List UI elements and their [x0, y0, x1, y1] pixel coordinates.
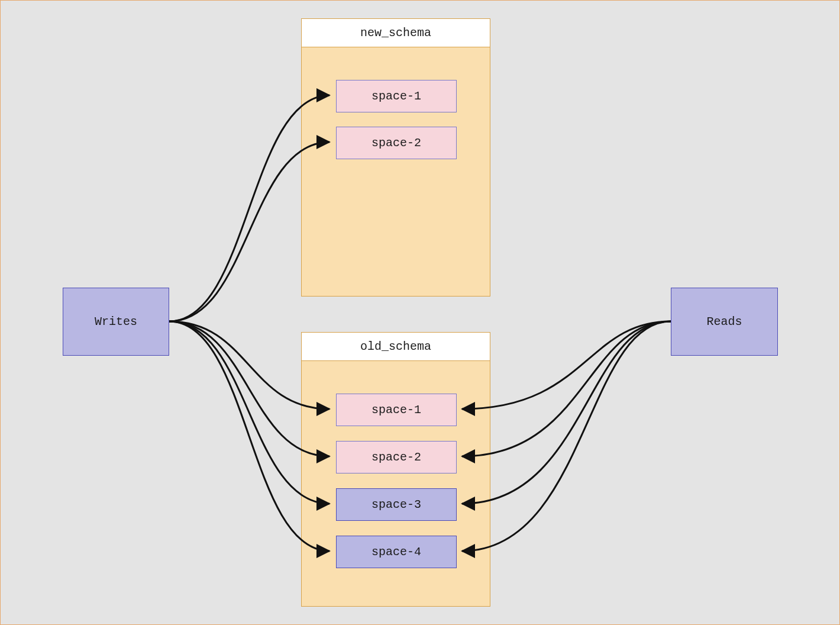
old-space-1-label: space-1 [371, 403, 421, 417]
diagram-frame: Writes Reads new_schema space-1 space-2 … [0, 0, 840, 625]
old-schema-title: old_schema [301, 332, 490, 360]
edge-reads-old-space-1 [462, 321, 671, 409]
new-space-2-label: space-2 [371, 136, 421, 150]
edge-reads-old-space-4 [462, 321, 671, 551]
old-space-1: space-1 [336, 394, 457, 426]
old-schema-container: space-1 space-2 space-3 space-4 [301, 360, 490, 607]
old-space-4: space-4 [336, 536, 457, 568]
old-space-2: space-2 [336, 441, 457, 473]
new-space-1-label: space-1 [371, 89, 421, 103]
new-space-1: space-1 [336, 80, 457, 112]
reads-label: Reads [706, 315, 742, 328]
new-space-2: space-2 [336, 127, 457, 159]
reads-node: Reads [671, 288, 778, 356]
writes-node: Writes [63, 288, 169, 356]
old-space-3-label: space-3 [371, 498, 421, 511]
edge-reads-old-space-2 [462, 321, 671, 456]
new-schema-title-text: new_schema [360, 26, 431, 40]
new-schema-container: space-1 space-2 [301, 47, 490, 297]
edge-reads-old-space-3 [462, 321, 671, 504]
old-space-3: space-3 [336, 488, 457, 521]
new-schema-title: new_schema [301, 18, 490, 47]
old-schema-title-text: old_schema [360, 340, 431, 353]
writes-label: Writes [95, 315, 137, 328]
old-space-2-label: space-2 [371, 450, 421, 464]
old-space-4-label: space-4 [371, 545, 421, 559]
